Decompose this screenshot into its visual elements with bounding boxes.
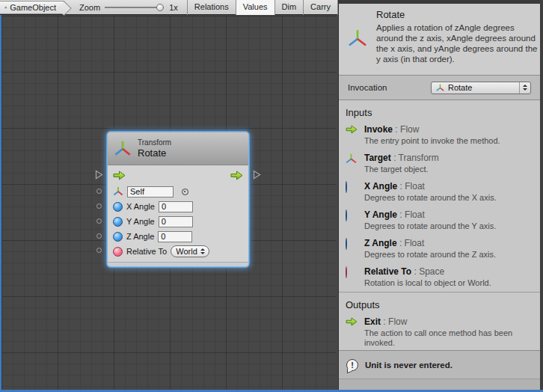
exit-flow-arrow-icon[interactable] (230, 171, 243, 180)
input-doc-relative-to: Relative To : Space Rotation is local to… (346, 266, 534, 288)
node-header[interactable]: Transform Rotate (108, 132, 248, 165)
node-x-angle-row: X Angle (108, 199, 248, 214)
transform-axes-icon (436, 84, 444, 92)
zoom-value: 1x (169, 3, 178, 12)
rotate-unit-node[interactable]: Transform Rotate (108, 132, 248, 266)
inspector-description: Applies a rotation of zAngle degrees aro… (376, 22, 538, 64)
z-angle-input-port[interactable] (96, 233, 102, 239)
invoke-flow-arrow-icon[interactable] (113, 171, 126, 180)
flow-arrow-icon (346, 317, 358, 326)
flow-port-triangle-icon (95, 170, 103, 180)
target-input-port[interactable] (96, 189, 102, 194)
y-angle-input-port[interactable] (96, 218, 102, 224)
dropdown-updown-icon (200, 248, 205, 254)
output-doc-exit: Exit : Flow The action to call once meth… (346, 316, 534, 348)
float-port-icon (346, 238, 347, 250)
object-picker-icon[interactable] (182, 189, 188, 195)
node-flow-row (108, 168, 248, 183)
transform-axes-icon (346, 153, 357, 165)
flow-arrow-icon (346, 125, 358, 134)
target-self-field[interactable] (127, 186, 174, 197)
node-body: X Angle Y Angle Z Angle Relative To (108, 165, 248, 262)
node-footer (108, 262, 248, 266)
input-doc-x-angle: X Angle : Float Degrees to rotate around… (346, 181, 534, 203)
graph-canvas[interactable]: Transform Rotate (1, 16, 337, 390)
node-y-angle-row: Y Angle (108, 214, 248, 229)
x-angle-field[interactable] (159, 201, 193, 212)
graph-toolbar: GameObject Zoom 1x Relations Values Dim … (0, 0, 338, 15)
space-port-icon (346, 266, 347, 278)
node-z-angle-row: Z Angle (108, 229, 248, 244)
transform-axes-icon (348, 29, 367, 49)
input-doc-invoke: Invoke : Flow The entry point to invoke … (346, 124, 534, 146)
float-port-icon (113, 202, 123, 212)
inputs-header: Inputs (346, 107, 540, 118)
tab-values[interactable]: Values (236, 0, 274, 15)
input-doc-y-angle: Y Angle : Float Degrees to rotate around… (346, 209, 534, 231)
x-angle-label: X Angle (126, 202, 155, 211)
warning-bar: ! Unit is never entered. (339, 350, 540, 379)
transform-axes-icon (113, 186, 123, 197)
flow-input-port[interactable] (95, 170, 103, 180)
breadcrumb[interactable]: GameObject (0, 1, 64, 14)
zoom-slider-track[interactable] (105, 7, 164, 8)
input-doc-target: Target : Transform The target object. (346, 153, 534, 174)
outputs-header: Outputs (346, 299, 540, 310)
transform-axes-icon (114, 140, 132, 158)
z-angle-label: Z Angle (126, 232, 154, 241)
y-angle-label: Y Angle (126, 217, 155, 226)
tab-carry[interactable]: Carry (303, 0, 338, 15)
gameobject-cube-icon (4, 3, 7, 12)
float-port-icon (113, 217, 123, 227)
x-angle-input-port[interactable] (96, 203, 102, 209)
outputs-section: Outputs Exit : Flow The action to call o… (339, 292, 540, 350)
focus-border-left (0, 15, 1, 392)
invocation-label: Invocation (348, 83, 387, 92)
graph-editor-pane: GameObject Zoom 1x Relations Values Dim … (0, 0, 338, 392)
node-title: Rotate (138, 147, 171, 159)
node-relative-to-row: Relative To World (108, 244, 248, 259)
warning-text: Unit is never entered. (365, 361, 452, 370)
zoom-label: Zoom (79, 3, 100, 12)
y-angle-field[interactable] (159, 216, 193, 227)
inspector-sidebar: Rotate Applies a rotation of zAngle degr… (338, 0, 543, 390)
sidebar-bottom-strip (339, 379, 540, 390)
dropdown-updown-icon (519, 82, 530, 94)
invocation-row: Invocation Rotate (339, 75, 540, 100)
tab-dim[interactable]: Dim (274, 0, 304, 15)
inspector-header: Rotate Applies a rotation of zAngle degr… (339, 4, 540, 75)
relative-to-value: World (176, 247, 197, 256)
relative-to-dropdown[interactable]: World (171, 245, 209, 257)
zoom-slider[interactable] (105, 3, 164, 12)
warning-icon: ! (346, 359, 358, 371)
input-doc-z-angle: Z Angle : Float Degrees to rotate around… (346, 238, 534, 260)
relative-to-label: Relative To (126, 247, 167, 256)
flow-port-triangle-icon (253, 170, 261, 180)
invocation-value: Rotate (448, 83, 472, 92)
space-port-icon (113, 247, 123, 257)
inputs-section: Inputs Invoke : Flow The entry point to … (339, 100, 540, 292)
float-port-icon (346, 181, 347, 193)
toolbar-tabs: Relations Values Dim Carry (187, 0, 338, 15)
float-port-icon (113, 232, 123, 242)
tab-relations[interactable]: Relations (187, 0, 236, 15)
float-port-icon (346, 209, 347, 221)
flow-output-port[interactable] (253, 170, 261, 180)
inspector-title: Rotate (376, 9, 405, 20)
z-angle-field[interactable] (158, 231, 192, 242)
breadcrumb-label: GameObject (10, 3, 56, 12)
relative-to-input-port[interactable] (96, 248, 102, 253)
zoom-slider-handle[interactable] (156, 4, 164, 11)
node-category: Transform (138, 138, 171, 147)
node-target-row (108, 184, 248, 199)
invocation-dropdown[interactable]: Rotate (431, 82, 531, 94)
